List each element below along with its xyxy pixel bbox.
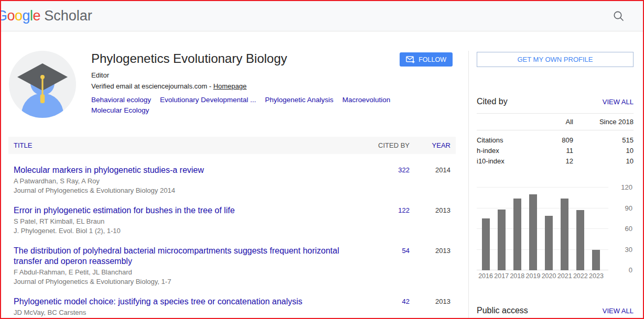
metric-all-value: 11 — [531, 146, 573, 156]
article-year: 2013 — [410, 246, 450, 285]
chart-column: 2016 — [478, 188, 493, 281]
envelope-plus-icon — [406, 56, 415, 63]
article-year: 2014 — [410, 165, 450, 194]
article-row: Molecular markers in phylogenetic studie… — [8, 154, 456, 194]
cited-by-section: Cited by VIEW ALL All Since 2018 Citatio… — [477, 97, 634, 167]
chart-column: 2022 — [573, 188, 588, 281]
chart-y-axis: 0306090120 — [608, 188, 634, 281]
chart-bar-2021[interactable] — [561, 199, 568, 270]
interest-link[interactable]: Macroevolution — [342, 96, 391, 104]
article-cited-by-link[interactable]: 54 — [365, 246, 410, 285]
cited-by-view-all-link[interactable]: VIEW ALL — [603, 98, 634, 106]
article-year: 2013 — [410, 296, 450, 319]
metric-row: i10-index 12 10 — [477, 156, 634, 167]
interest-link[interactable]: Molecular Ecology — [91, 106, 149, 114]
chart-bar-2019[interactable] — [529, 194, 537, 270]
article-row: Phylogenetic model choice: justifying a … — [8, 285, 456, 319]
chart-column: 2019 — [525, 188, 541, 281]
chart-column: 2017 — [493, 188, 509, 281]
article-authors: A Patwardhan, S Ray, A Roy — [14, 177, 365, 185]
sorted-by-citations-header: CITED BY — [365, 141, 410, 149]
articles-rows: Molecular markers in phylogenetic studie… — [8, 154, 456, 319]
metric-row: Citations 809 515 — [477, 135, 634, 146]
metric-all-value: 809 — [531, 135, 573, 146]
metric-since-value: 10 — [573, 156, 634, 167]
metric-row: h-index 11 10 — [477, 146, 634, 156]
sidebar: GET MY OWN PROFILE Cited by VIEW ALL All… — [468, 31, 643, 318]
chart-column: 2018 — [509, 188, 525, 281]
avatar[interactable] — [8, 50, 77, 118]
article-row: Error in phylogenetic estimation for bus… — [8, 194, 456, 235]
follow-button[interactable]: FOLLOW — [400, 52, 453, 67]
interest-link[interactable]: Behavioral ecology — [91, 96, 151, 104]
chart-column: 2020 — [541, 188, 557, 281]
search-icon[interactable] — [613, 10, 625, 23]
metric-all-value: 12 — [531, 156, 573, 167]
article-venue: Journal of Phylogenetics & Evolutionary … — [14, 278, 365, 285]
metric-label[interactable]: i10-index — [477, 156, 531, 167]
chart-bar-2017[interactable] — [498, 210, 506, 270]
chart-bar-2022[interactable] — [576, 210, 584, 270]
articles-table: TITLE CITED BY YEAR Molecular markers in… — [8, 137, 456, 319]
metric-since-value: 515 — [573, 135, 634, 146]
interest-link[interactable]: Evolutionary Developmental ... — [160, 96, 256, 104]
chart-x-tick-label: 2019 — [526, 270, 541, 281]
logo-scholar-text: Scholar — [44, 8, 92, 24]
page-title: Phylogenetics Evolutionary Biology — [91, 51, 287, 66]
article-title-link[interactable]: Phylogenetic model choice: justifying a … — [14, 296, 365, 307]
article-row: The distribution of polyhedral bacterial… — [8, 235, 456, 285]
chart-x-tick-label: 2020 — [542, 270, 556, 281]
article-title-link[interactable]: The distribution of polyhedral bacterial… — [14, 246, 365, 267]
article-authors: JD McVay, BC Carstens — [14, 309, 365, 316]
article-title-link[interactable]: Error in phylogenetic estimation for bus… — [14, 205, 365, 216]
sort-by-title-header[interactable]: TITLE — [14, 141, 365, 149]
profile-main-column: Phylogenetics Evolutionary Biology FOLLO… — [1, 31, 468, 318]
chart-column: 2021 — [557, 188, 573, 281]
public-access-section: Public access VIEW ALL — [477, 306, 634, 315]
chart-bar-2016[interactable] — [482, 218, 490, 270]
get-my-own-profile-button[interactable]: GET MY OWN PROFILE — [477, 52, 634, 67]
chart-y-tick-label: 30 — [625, 246, 632, 254]
follow-button-label: FOLLOW — [418, 56, 446, 63]
chart-bar-2018[interactable] — [513, 199, 521, 270]
citation-metrics: Citations 809 515 h-index 11 10 i10-inde… — [477, 130, 634, 167]
article-year: 2013 — [410, 205, 450, 235]
metric-label[interactable]: Citations — [477, 135, 531, 146]
chart-y-tick-label: 0 — [629, 266, 632, 274]
col-all-header: All — [531, 118, 573, 126]
chart-column: 2023 — [588, 188, 604, 281]
chart-bar-2023[interactable] — [592, 250, 600, 271]
homepage-link[interactable]: Homepage — [213, 82, 247, 90]
article-authors: F Abdul-Rahman, E Petit, JL Blanchard — [14, 268, 365, 276]
verified-email: Verified email at esciencejournals.com -… — [91, 82, 456, 90]
article-venue: J. Phylogenet. Evol. Biol 1 (2), 1-10 — [14, 227, 365, 235]
interest-link[interactable]: Phylogenetic Analysis — [265, 96, 334, 104]
public-access-view-all-link[interactable]: VIEW ALL — [603, 307, 634, 315]
chart-x-tick-label: 2016 — [478, 270, 493, 281]
citations-chart: 20162017201820192020202120222023 0306090… — [477, 188, 634, 281]
chart-x-tick-label: 2018 — [510, 270, 524, 281]
chart-plot-area: 20162017201820192020202120222023 — [477, 188, 608, 281]
metric-since-value: 10 — [573, 146, 634, 156]
cited-by-title: Cited by — [477, 97, 508, 106]
article-cited-by-link[interactable]: 322 — [365, 165, 410, 194]
public-access-title: Public access — [477, 306, 528, 315]
chart-x-tick-label: 2022 — [573, 270, 588, 281]
col-since-header: Since 2018 — [573, 118, 634, 126]
chart-y-tick-label: 90 — [625, 204, 632, 212]
article-cited-by-link[interactable]: 122 — [365, 205, 410, 235]
interests-list: Behavioral ecologyEvolutionary Developme… — [91, 96, 427, 114]
chart-y-tick-label: 60 — [625, 225, 632, 233]
articles-table-header: TITLE CITED BY YEAR — [8, 137, 456, 154]
chart-y-tick-label: 120 — [621, 183, 632, 191]
article-venue: Journal of Phylogenetics & Evolutionary … — [14, 186, 365, 194]
sort-by-year-header[interactable]: YEAR — [410, 141, 450, 149]
google-scholar-logo[interactable]: GoogleScholar — [0, 8, 92, 24]
chart-bar-2020[interactable] — [545, 216, 553, 270]
profile-role: Editor — [91, 71, 456, 79]
top-navigation-bar: GoogleScholar — [1, 1, 643, 31]
article-title-link[interactable]: Molecular markers in phylogenetic studie… — [14, 165, 365, 175]
chart-x-tick-label: 2023 — [589, 270, 604, 281]
metric-label[interactable]: h-index — [477, 146, 531, 156]
article-cited-by-link[interactable]: 42 — [365, 296, 410, 319]
